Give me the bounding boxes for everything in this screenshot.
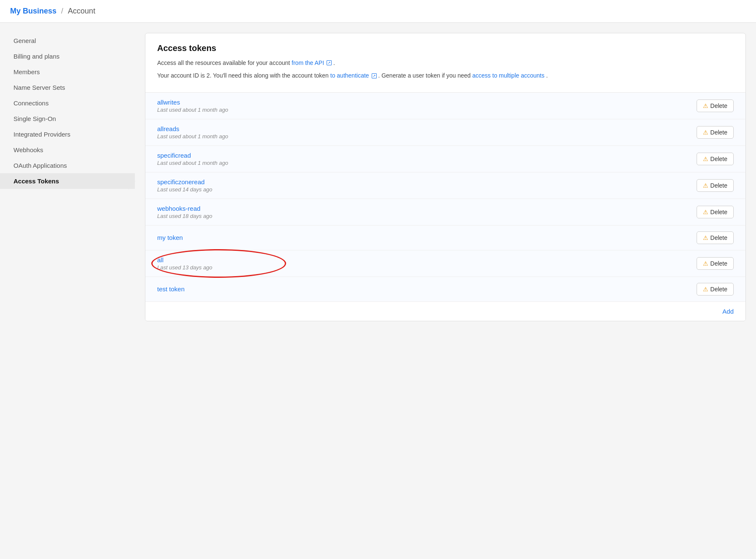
sidebar-item-connections[interactable]: Connections: [0, 95, 135, 111]
token-row-allreads: allreadsLast used about 1 month ago⚠Dele…: [145, 119, 745, 146]
delete-label-allwrites: Delete: [710, 102, 727, 109]
delete-button-allwrites[interactable]: ⚠Delete: [697, 99, 734, 112]
breadcrumb-separator: /: [61, 7, 63, 15]
token-last-used-all: Last used 13 days ago: [157, 264, 212, 271]
token-name-allreads[interactable]: allreads: [157, 125, 228, 132]
card-desc-2-prefix: Your account ID is 2. You'll need this a…: [157, 72, 330, 79]
delete-button-allreads[interactable]: ⚠Delete: [697, 126, 734, 139]
delete-label-webhooks-read: Delete: [710, 209, 727, 215]
delete-button-specificread[interactable]: ⚠Delete: [697, 153, 734, 165]
sidebar-item-nameserversets[interactable]: Name Server Sets: [0, 80, 135, 95]
warning-icon-webhooks-read: ⚠: [703, 209, 708, 215]
token-info-test-token: test token: [157, 285, 185, 293]
layout: GeneralBilling and plansMembersName Serv…: [0, 23, 756, 559]
token-info-allreads: allreadsLast used about 1 month ago: [157, 125, 228, 140]
token-last-used-specificzoneread: Last used 14 days ago: [157, 186, 212, 193]
token-last-used-allwrites: Last used about 1 month ago: [157, 107, 228, 113]
token-row-webhooks-read: webhooks-readLast used 18 days ago⚠Delet…: [145, 199, 745, 226]
token-name-all[interactable]: all: [157, 256, 212, 263]
token-last-used-allreads: Last used about 1 month ago: [157, 133, 228, 140]
breadcrumb-page: Account: [68, 7, 95, 15]
token-name-specificzoneread[interactable]: specificzoneread: [157, 178, 212, 185]
ext-icon-1: [327, 60, 332, 65]
token-info-specificzoneread: specificzonereadLast used 14 days ago: [157, 178, 212, 193]
token-name-allwrites[interactable]: allwrites: [157, 99, 228, 106]
authenticate-link[interactable]: to authenticate: [330, 72, 369, 79]
sidebar-item-access-tokens[interactable]: Access Tokens: [0, 173, 135, 189]
delete-button-test-token[interactable]: ⚠Delete: [697, 283, 734, 296]
ext-icon-2: [372, 73, 377, 78]
main-content: Access tokens Access all the resources a…: [135, 23, 756, 559]
card-desc-1-prefix: Access all the resources available for y…: [157, 59, 292, 66]
card-title: Access tokens: [157, 43, 734, 53]
add-token-link[interactable]: Add: [722, 308, 734, 315]
warning-icon-my-token: ⚠: [703, 234, 708, 241]
delete-label-specificzoneread: Delete: [710, 182, 727, 189]
token-name-test-token[interactable]: test token: [157, 285, 185, 293]
card-desc-2: Your account ID is 2. You'll need this a…: [157, 71, 734, 80]
delete-label-test-token: Delete: [710, 286, 727, 293]
sidebar-item-sso[interactable]: Single Sign-On: [0, 111, 135, 126]
warning-icon-allreads: ⚠: [703, 129, 708, 136]
delete-button-specificzoneread[interactable]: ⚠Delete: [697, 179, 734, 192]
sidebar-item-billing[interactable]: Billing and plans: [0, 48, 135, 64]
token-last-used-specificread: Last used about 1 month ago: [157, 160, 228, 166]
sidebar-item-oauth[interactable]: OAuth Applications: [0, 158, 135, 173]
sidebar: GeneralBilling and plansMembersName Serv…: [0, 23, 135, 559]
access-tokens-card: Access tokens Access all the resources a…: [145, 33, 746, 321]
card-footer: Add: [145, 301, 745, 321]
token-info-webhooks-read: webhooks-readLast used 18 days ago: [157, 205, 212, 219]
token-info-all: allLast used 13 days ago: [157, 256, 212, 271]
token-row-my-token: my token⚠Delete: [145, 226, 745, 250]
card-desc-2-suffix: .: [546, 72, 548, 79]
card-header: Access tokens Access all the resources a…: [145, 33, 745, 93]
token-info-my-token: my token: [157, 234, 183, 241]
delete-label-all: Delete: [710, 260, 727, 267]
warning-icon-test-token: ⚠: [703, 286, 708, 293]
delete-button-my-token[interactable]: ⚠Delete: [697, 231, 734, 244]
token-row-allwrites: allwritesLast used about 1 month ago⚠Del…: [145, 93, 745, 119]
token-info-specificread: specificreadLast used about 1 month ago: [157, 152, 228, 166]
token-row-specificread: specificreadLast used about 1 month ago⚠…: [145, 146, 745, 172]
token-name-my-token[interactable]: my token: [157, 234, 183, 241]
card-desc-1: Access all the resources available for y…: [157, 58, 734, 67]
delete-label-specificread: Delete: [710, 156, 727, 162]
sidebar-item-webhooks[interactable]: Webhooks: [0, 142, 135, 158]
token-last-used-webhooks-read: Last used 18 days ago: [157, 213, 212, 219]
delete-label-allreads: Delete: [710, 129, 727, 136]
sidebar-item-members[interactable]: Members: [0, 64, 135, 80]
breadcrumb-business[interactable]: My Business: [10, 7, 56, 15]
delete-label-my-token: Delete: [710, 234, 727, 241]
token-row-test-token: test token⚠Delete: [145, 277, 745, 301]
from-api-link[interactable]: from the API: [292, 59, 324, 66]
token-name-specificread[interactable]: specificread: [157, 152, 228, 159]
delete-button-webhooks-read[interactable]: ⚠Delete: [697, 206, 734, 218]
warning-icon-specificzoneread: ⚠: [703, 182, 708, 189]
card-desc-1-suffix: .: [333, 59, 335, 66]
warning-icon-all: ⚠: [703, 260, 708, 267]
top-bar: My Business / Account: [0, 0, 756, 23]
token-info-allwrites: allwritesLast used about 1 month ago: [157, 99, 228, 113]
token-row-all: allLast used 13 days ago⚠Delete: [145, 250, 745, 277]
delete-button-all[interactable]: ⚠Delete: [697, 257, 734, 270]
token-row-specificzoneread: specificzonereadLast used 14 days ago⚠De…: [145, 172, 745, 199]
breadcrumb: My Business / Account: [10, 7, 746, 16]
multiple-accounts-link[interactable]: access to multiple accounts: [472, 72, 544, 79]
card-desc-2-mid: . Generate a user token if you need: [378, 72, 472, 79]
sidebar-item-general[interactable]: General: [0, 33, 135, 48]
warning-icon-specificread: ⚠: [703, 156, 708, 162]
token-name-webhooks-read[interactable]: webhooks-read: [157, 205, 212, 212]
warning-icon-allwrites: ⚠: [703, 102, 708, 109]
sidebar-item-integrated-providers[interactable]: Integrated Providers: [0, 126, 135, 142]
token-list: allwritesLast used about 1 month ago⚠Del…: [145, 93, 745, 301]
